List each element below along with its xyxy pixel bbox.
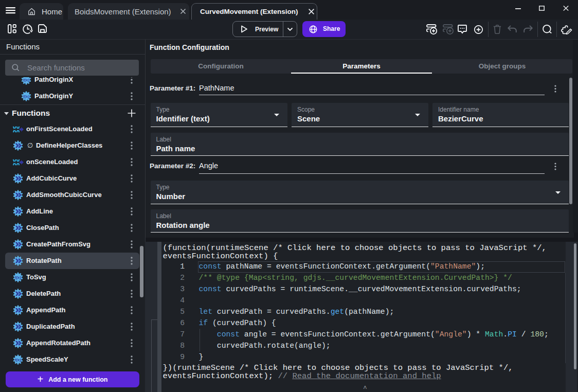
svg-text:f(x): f(x): [15, 358, 22, 362]
svg-text:f(x): f(x): [15, 275, 22, 280]
svg-text:f(x): f(x): [23, 94, 30, 99]
svg-text:f(x): f(x): [23, 78, 30, 82]
